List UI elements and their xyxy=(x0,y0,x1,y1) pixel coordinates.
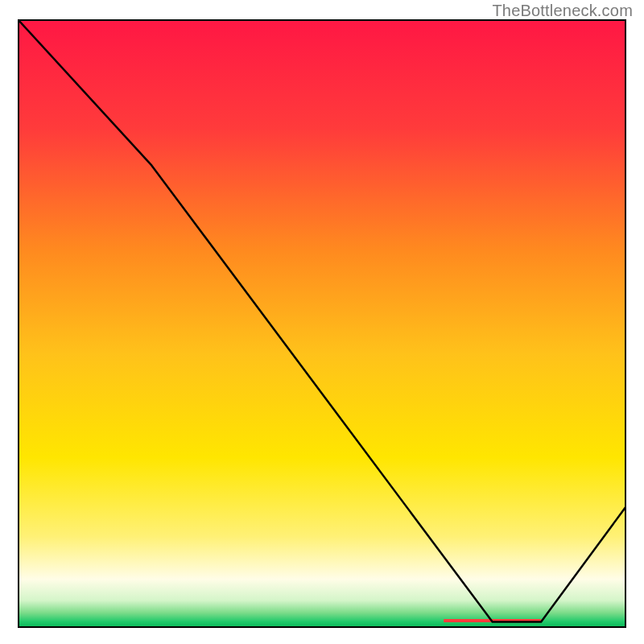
watermark-text: TheBottleneck.com xyxy=(492,2,633,20)
gradient-background xyxy=(18,19,626,628)
chart-container: TheBottleneck.com xyxy=(0,0,644,644)
bottleneck-chart xyxy=(18,19,626,628)
